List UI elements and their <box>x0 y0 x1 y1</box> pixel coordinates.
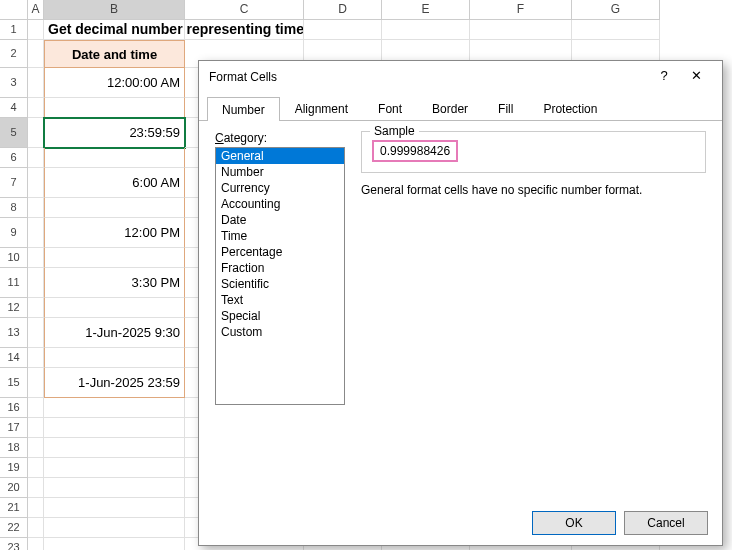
category-scientific[interactable]: Scientific <box>216 276 344 292</box>
tab-protection[interactable]: Protection <box>528 96 612 120</box>
category-text[interactable]: Text <box>216 292 344 308</box>
tab-alignment[interactable]: Alignment <box>280 96 363 120</box>
category-number[interactable]: Number <box>216 164 344 180</box>
column-header-D[interactable]: D <box>304 0 382 20</box>
row-header-2[interactable]: 2 <box>0 40 28 68</box>
cell-B16[interactable] <box>44 398 185 418</box>
row-header-12[interactable]: 12 <box>0 298 28 318</box>
cell-B21[interactable] <box>44 498 185 518</box>
cell-B7[interactable]: 6:00 AM <box>44 168 185 198</box>
row-header-23[interactable]: 23 <box>0 538 28 550</box>
cell-F1[interactable] <box>470 20 572 40</box>
column-header-C[interactable]: C <box>185 0 304 20</box>
cell-A9[interactable] <box>28 218 44 248</box>
close-button[interactable]: ✕ <box>680 65 712 89</box>
category-list[interactable]: GeneralNumberCurrencyAccountingDateTimeP… <box>215 147 345 405</box>
cell-A22[interactable] <box>28 518 44 538</box>
tab-border[interactable]: Border <box>417 96 483 120</box>
row-header-16[interactable]: 16 <box>0 398 28 418</box>
cell-B14[interactable] <box>44 348 185 368</box>
cell-A19[interactable] <box>28 458 44 478</box>
select-all-corner[interactable] <box>0 0 28 20</box>
cell-A15[interactable] <box>28 368 44 398</box>
cell-B6[interactable] <box>44 148 185 168</box>
cell-B8[interactable] <box>44 198 185 218</box>
cell-B12[interactable] <box>44 298 185 318</box>
cell-B20[interactable] <box>44 478 185 498</box>
cell-A20[interactable] <box>28 478 44 498</box>
cell-A8[interactable] <box>28 198 44 218</box>
row-header-11[interactable]: 11 <box>0 268 28 298</box>
cell-G1[interactable] <box>572 20 660 40</box>
cancel-button[interactable]: Cancel <box>624 511 708 535</box>
cell-B3[interactable]: 12:00:00 AM <box>44 68 185 98</box>
cell-B18[interactable] <box>44 438 185 458</box>
cell-A13[interactable] <box>28 318 44 348</box>
cell-B9[interactable]: 12:00 PM <box>44 218 185 248</box>
column-header-G[interactable]: G <box>572 0 660 20</box>
category-custom[interactable]: Custom <box>216 324 344 340</box>
cell-C1[interactable] <box>185 20 304 40</box>
row-header-1[interactable]: 1 <box>0 20 28 40</box>
cell-B22[interactable] <box>44 518 185 538</box>
row-header-17[interactable]: 17 <box>0 418 28 438</box>
row-header-20[interactable]: 20 <box>0 478 28 498</box>
column-header-F[interactable]: F <box>470 0 572 20</box>
cell-A4[interactable] <box>28 98 44 118</box>
column-header-B[interactable]: B <box>44 0 185 20</box>
cell-A18[interactable] <box>28 438 44 458</box>
category-general[interactable]: General <box>216 148 344 164</box>
row-header-18[interactable]: 18 <box>0 438 28 458</box>
row-header-4[interactable]: 4 <box>0 98 28 118</box>
row-header-5[interactable]: 5 <box>0 118 28 148</box>
category-percentage[interactable]: Percentage <box>216 244 344 260</box>
cell-A21[interactable] <box>28 498 44 518</box>
cell-E1[interactable] <box>382 20 470 40</box>
row-header-6[interactable]: 6 <box>0 148 28 168</box>
category-accounting[interactable]: Accounting <box>216 196 344 212</box>
cell-B11[interactable]: 3:30 PM <box>44 268 185 298</box>
tab-fill[interactable]: Fill <box>483 96 528 120</box>
column-header-E[interactable]: E <box>382 0 470 20</box>
cell-D1[interactable] <box>304 20 382 40</box>
cell-A11[interactable] <box>28 268 44 298</box>
cell-B15[interactable]: 1-Jun-2025 23:59 <box>44 368 185 398</box>
cell-B4[interactable] <box>44 98 185 118</box>
cell-A14[interactable] <box>28 348 44 368</box>
cell-B13[interactable]: 1-Jun-2025 9:30 <box>44 318 185 348</box>
row-header-10[interactable]: 10 <box>0 248 28 268</box>
row-header-19[interactable]: 19 <box>0 458 28 478</box>
cell-A7[interactable] <box>28 168 44 198</box>
ok-button[interactable]: OK <box>532 511 616 535</box>
cell-A2[interactable] <box>28 40 44 68</box>
row-header-7[interactable]: 7 <box>0 168 28 198</box>
category-time[interactable]: Time <box>216 228 344 244</box>
row-header-8[interactable]: 8 <box>0 198 28 218</box>
cell-B2[interactable]: Date and time <box>44 40 185 68</box>
help-button[interactable]: ? <box>648 65 680 89</box>
row-header-3[interactable]: 3 <box>0 68 28 98</box>
category-currency[interactable]: Currency <box>216 180 344 196</box>
cell-B19[interactable] <box>44 458 185 478</box>
cell-A1[interactable] <box>28 20 44 40</box>
cell-B1[interactable]: Get decimal number representing time <box>44 20 185 40</box>
category-date[interactable]: Date <box>216 212 344 228</box>
cell-A6[interactable] <box>28 148 44 168</box>
cell-A16[interactable] <box>28 398 44 418</box>
category-fraction[interactable]: Fraction <box>216 260 344 276</box>
column-header-A[interactable]: A <box>28 0 44 20</box>
tab-number[interactable]: Number <box>207 97 280 121</box>
row-header-15[interactable]: 15 <box>0 368 28 398</box>
row-header-13[interactable]: 13 <box>0 318 28 348</box>
row-header-9[interactable]: 9 <box>0 218 28 248</box>
cell-A10[interactable] <box>28 248 44 268</box>
cell-B10[interactable] <box>44 248 185 268</box>
row-header-14[interactable]: 14 <box>0 348 28 368</box>
row-header-22[interactable]: 22 <box>0 518 28 538</box>
tab-font[interactable]: Font <box>363 96 417 120</box>
cell-A17[interactable] <box>28 418 44 438</box>
cell-A12[interactable] <box>28 298 44 318</box>
cell-A3[interactable] <box>28 68 44 98</box>
cell-B17[interactable] <box>44 418 185 438</box>
cell-A23[interactable] <box>28 538 44 550</box>
